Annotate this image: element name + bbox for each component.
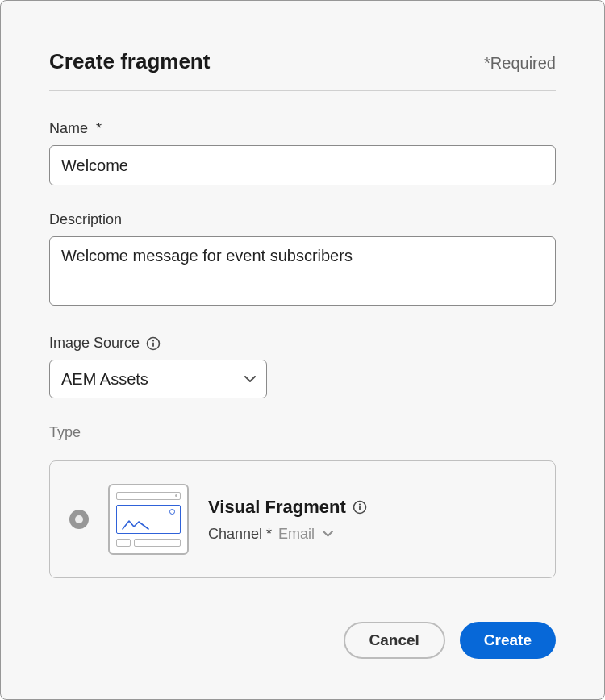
type-section: Type Visual Fragment — [49, 424, 556, 578]
type-radio[interactable] — [69, 510, 89, 529]
radio-dot — [75, 515, 83, 523]
channel-select[interactable]: Email — [278, 526, 333, 543]
image-source-select-wrap: AEM Assets — [49, 360, 267, 398]
type-option-title: Visual Fragment — [208, 497, 346, 518]
name-input[interactable] — [49, 145, 556, 185]
description-field: Description — [49, 211, 556, 309]
svg-rect-5 — [359, 506, 361, 510]
channel-label: Channel * — [208, 526, 272, 543]
svg-point-4 — [359, 503, 361, 505]
type-section-label: Type — [49, 424, 556, 441]
info-icon[interactable] — [353, 500, 367, 515]
description-input[interactable] — [49, 236, 556, 306]
image-source-field: Image Source AEM Assets — [49, 335, 556, 398]
dialog-title: Create fragment — [49, 49, 210, 74]
name-label: Name * — [49, 120, 556, 137]
svg-rect-2 — [152, 342, 154, 346]
chevron-down-icon — [323, 531, 333, 537]
channel-row: Channel * Email — [208, 526, 536, 543]
type-option-card[interactable]: Visual Fragment Channel * Email — [49, 460, 556, 578]
channel-value-text: Email — [278, 526, 315, 543]
image-source-label-text: Image Source — [49, 335, 140, 352]
cancel-button[interactable]: Cancel — [344, 622, 445, 659]
description-label-text: Description — [49, 211, 122, 228]
create-fragment-dialog: Create fragment *Required Name * Descrip… — [0, 0, 605, 700]
visual-fragment-thumbnail-icon — [108, 484, 189, 555]
name-label-text: Name — [49, 120, 88, 137]
create-button[interactable]: Create — [460, 622, 556, 659]
image-source-label: Image Source — [49, 335, 556, 352]
description-label: Description — [49, 211, 556, 228]
required-hint: *Required — [484, 54, 556, 73]
name-field: Name * — [49, 120, 556, 185]
info-icon[interactable] — [146, 336, 161, 351]
dialog-footer: Cancel Create — [344, 622, 556, 659]
dialog-header: Create fragment *Required — [49, 49, 556, 91]
type-option-info: Visual Fragment Channel * Email — [208, 497, 536, 543]
svg-point-1 — [152, 340, 154, 341]
required-asterisk: * — [96, 120, 102, 137]
image-source-select[interactable]: AEM Assets — [49, 360, 267, 398]
